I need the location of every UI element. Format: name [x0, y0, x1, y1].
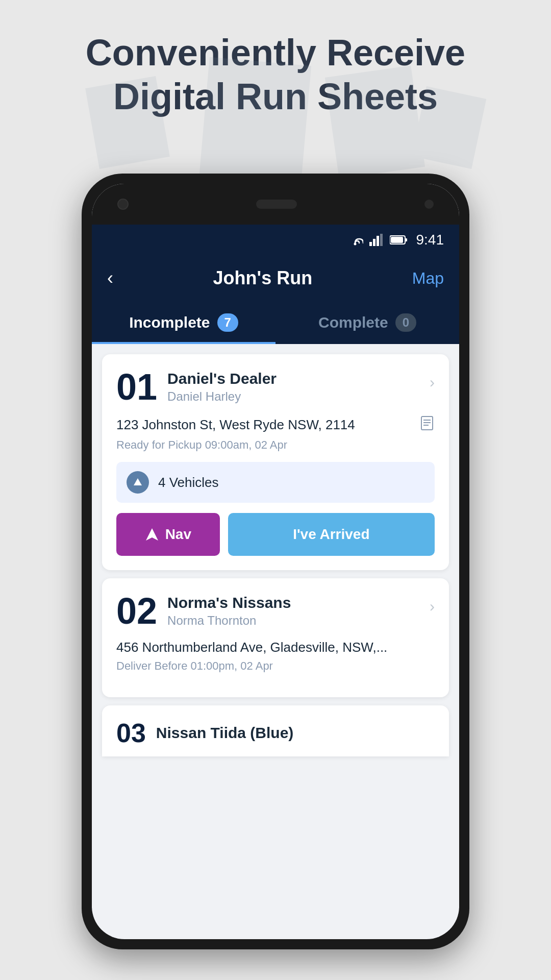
phone-sensors — [424, 200, 434, 209]
stop-1-header: 01 Daniel's Dealer Daniel Harley › — [116, 369, 435, 405]
sensor-dot — [424, 200, 434, 209]
vehicles-icon — [127, 471, 149, 494]
stop-2-time: Deliver Before 01:00pm, 02 Apr — [116, 659, 435, 673]
stop-3-name: Nissan Tiida (Blue) — [156, 724, 294, 742]
stop-card-3: 03 Nissan Tiida (Blue) — [102, 705, 449, 756]
svg-rect-5 — [369, 242, 372, 246]
note-icon[interactable] — [419, 415, 435, 434]
stop-card-1: 01 Daniel's Dealer Daniel Harley › 123 J… — [102, 354, 449, 570]
svg-marker-1 — [199, 57, 311, 188]
stop-2-name-block: Norma's Nissans Norma Thornton — [167, 594, 291, 628]
tab-incomplete-label: Incomplete — [129, 314, 210, 331]
tab-complete[interactable]: Complete 0 — [276, 301, 459, 344]
header-title: John's Run — [213, 267, 313, 289]
stop-2-address: 456 Northumberland Ave, Gladesville, NSW… — [116, 640, 435, 655]
stop-2-address-row: 456 Northumberland Ave, Gladesville, NSW… — [116, 640, 435, 655]
stop-1-chevron-icon[interactable]: › — [430, 374, 435, 391]
phone-frame: 9:41 ‹ John's Run Map Incomplete 7 Compl… — [82, 174, 469, 949]
svg-rect-10 — [405, 238, 407, 241]
stop-1-number: 01 — [116, 369, 157, 405]
vehicles-banner: 4 Vehicles — [116, 462, 435, 503]
tab-incomplete-badge: 7 — [217, 313, 238, 332]
stop-1-actions: Nav I've Arrived — [116, 513, 435, 556]
stop-2-number-name: 02 Norma's Nissans Norma Thornton — [116, 593, 291, 629]
svg-rect-11 — [391, 237, 403, 243]
stop-3-name-block: Nissan Tiida (Blue) — [156, 724, 294, 742]
app-header: ‹ John's Run Map — [92, 255, 459, 301]
stop-3-number: 03 — [116, 720, 146, 746]
battery-icon — [390, 235, 408, 245]
tab-complete-badge: 0 — [395, 313, 416, 332]
stop-3-number-name: 03 Nissan Tiida (Blue) — [116, 720, 435, 746]
status-time: 9:41 — [416, 232, 444, 248]
stop-card-2: 02 Norma's Nissans Norma Thornton › 456 … — [102, 578, 449, 697]
nav-button[interactable]: Nav — [116, 513, 220, 556]
svg-point-4 — [354, 243, 356, 246]
phone-top-bar — [92, 184, 459, 225]
stop-1-contact: Daniel Harley — [167, 389, 277, 404]
svg-marker-2 — [325, 65, 425, 179]
svg-marker-16 — [134, 478, 142, 485]
phone-speaker — [256, 200, 297, 209]
stop-1-address: 123 Johnston St, West Ryde NSW, 2114 — [116, 417, 419, 433]
svg-rect-7 — [377, 236, 379, 246]
tabs-container: Incomplete 7 Complete 0 — [92, 301, 459, 344]
svg-rect-8 — [380, 234, 383, 246]
stop-2-name: Norma's Nissans — [167, 594, 291, 611]
wifi-icon — [347, 234, 363, 246]
svg-marker-0 — [85, 76, 170, 169]
vehicles-text: 4 Vehicles — [158, 475, 219, 491]
arrived-button[interactable]: I've Arrived — [228, 513, 435, 556]
back-button[interactable]: ‹ — [107, 267, 113, 289]
status-bar: 9:41 — [92, 225, 459, 255]
map-button[interactable]: Map — [412, 269, 444, 288]
stop-1-name-block: Daniel's Dealer Daniel Harley — [167, 370, 277, 404]
stop-2-number: 02 — [116, 593, 157, 629]
signal-icon — [369, 234, 384, 246]
stop-1-name: Daniel's Dealer — [167, 370, 277, 387]
status-icons — [347, 234, 408, 246]
stop-1-time: Ready for Pickup 09:00am, 02 Apr — [116, 438, 435, 452]
stop-1-address-row: 123 Johnston St, West Ryde NSW, 2114 — [116, 415, 435, 434]
svg-marker-3 — [412, 86, 486, 169]
svg-marker-17 — [146, 528, 158, 541]
tab-incomplete[interactable]: Incomplete 7 — [92, 301, 276, 344]
stop-2-header: 02 Norma's Nissans Norma Thornton › — [116, 593, 435, 629]
stop-2-chevron-icon[interactable]: › — [430, 598, 435, 615]
phone-camera — [117, 199, 129, 210]
tab-complete-label: Complete — [318, 314, 388, 331]
nav-button-label: Nav — [165, 526, 191, 543]
svg-rect-6 — [373, 239, 375, 246]
stop-1-number-name: 01 Daniel's Dealer Daniel Harley — [116, 369, 277, 405]
stop-2-contact: Norma Thornton — [167, 614, 291, 628]
content-area: 01 Daniel's Dealer Daniel Harley › 123 J… — [92, 344, 459, 767]
